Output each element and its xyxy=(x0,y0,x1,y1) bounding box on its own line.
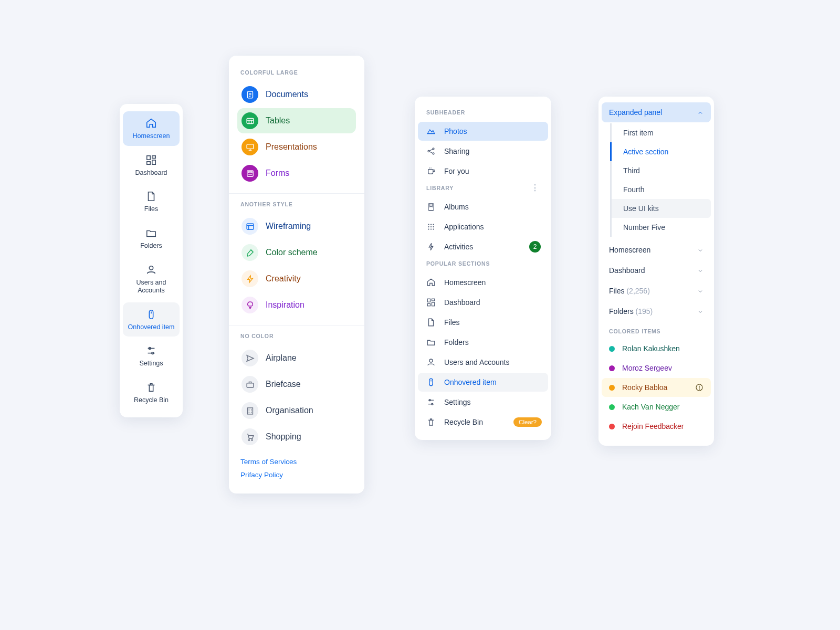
alert-icon xyxy=(695,383,704,392)
plane-icon xyxy=(242,350,258,366)
dashboard-icon xyxy=(426,298,436,307)
doc-icon xyxy=(242,86,258,103)
sliders-icon xyxy=(426,397,436,407)
item-airplane[interactable]: Airplane xyxy=(237,345,356,371)
section-header-another: ANOTHER STYLE xyxy=(240,201,356,207)
expanded-sublist: First item Active section Third Fourth U… xyxy=(610,123,711,237)
nav-users[interactable]: Users and Accounts xyxy=(123,258,180,300)
row-files[interactable]: Files (2,256) xyxy=(602,281,711,301)
link-terms[interactable]: Terms of Services xyxy=(240,458,353,466)
divider xyxy=(229,325,364,326)
link-privacy[interactable]: Prifacy Policy xyxy=(240,471,353,479)
briefcase-icon xyxy=(242,376,258,393)
row-expanded-panel[interactable]: Expanded panel xyxy=(602,102,711,122)
bolt-icon xyxy=(242,270,258,287)
colored-kach[interactable]: Kach Van Negger xyxy=(602,397,711,416)
nav-onhovered[interactable]: Onhovered item xyxy=(123,302,180,337)
bookmark-icon xyxy=(426,202,436,212)
item-forms[interactable]: Forms xyxy=(237,161,356,186)
share-icon xyxy=(426,146,436,156)
more-icon[interactable]: ⋮ xyxy=(531,186,540,190)
cup-icon xyxy=(426,166,436,176)
dot-icon xyxy=(609,404,615,410)
sub-third[interactable]: Third xyxy=(612,161,711,180)
colored-rolan[interactable]: Rolan Kakushken xyxy=(602,339,711,358)
row-dashboard[interactable]: Dashboard xyxy=(602,260,711,280)
colored-moroz[interactable]: Moroz Sergeev xyxy=(602,359,711,377)
sub-first[interactable]: First item xyxy=(612,123,711,142)
file-icon xyxy=(145,191,157,202)
table-icon xyxy=(242,112,258,129)
item-documents[interactable]: Documents xyxy=(237,82,356,107)
item-shopping[interactable]: Shopping xyxy=(237,424,356,449)
activities-badge: 2 xyxy=(529,241,541,253)
home-icon xyxy=(145,118,157,129)
nav-settings[interactable]: Settings xyxy=(123,339,180,373)
sub-uikits[interactable]: Use UI kits xyxy=(612,199,711,218)
item-settings[interactable]: Settings xyxy=(418,393,548,412)
item-files[interactable]: Files xyxy=(418,313,548,332)
sidebar-detailed: SUBHEADER Photos Sharing For you LIBRARY… xyxy=(415,97,551,440)
item-color-scheme[interactable]: Color scheme xyxy=(237,240,356,265)
nav-homescreen[interactable]: Homescreen xyxy=(123,111,180,146)
form-icon xyxy=(242,165,258,182)
dropper-icon xyxy=(242,244,258,261)
item-for-you[interactable]: For you xyxy=(418,162,548,181)
section-header-nocolor: NO COLOR xyxy=(240,333,356,339)
user-icon xyxy=(145,264,157,276)
item-organisation[interactable]: Organisation xyxy=(237,398,356,423)
item-dashboard[interactable]: Dashboard xyxy=(418,293,548,312)
item-users[interactable]: Users and Accounts xyxy=(418,353,548,372)
bolt-icon xyxy=(426,242,436,251)
colored-rocky[interactable]: Rocky Babloa xyxy=(602,378,711,397)
section-header-colorful: COLORFUL LARGE xyxy=(240,69,356,76)
item-applications[interactable]: Applications xyxy=(418,217,548,236)
section-header-colored: COLORED ITEMS xyxy=(602,322,711,339)
item-briefcase[interactable]: Briefcase xyxy=(237,372,356,397)
file-icon xyxy=(426,318,436,327)
item-presentations[interactable]: Presentations xyxy=(237,134,356,160)
chevron-down-icon xyxy=(697,267,704,274)
mountain-icon xyxy=(426,127,436,136)
row-homescreen[interactable]: Homescreen xyxy=(602,240,711,260)
nav-folders[interactable]: Folders xyxy=(123,221,180,256)
item-photos[interactable]: Photos xyxy=(418,122,548,141)
item-homescreen[interactable]: Homescreen xyxy=(418,273,548,292)
dot-icon xyxy=(609,424,615,429)
mouse-icon xyxy=(426,377,436,387)
dot-icon xyxy=(609,365,615,371)
chevron-down-icon xyxy=(697,247,704,253)
sub-active[interactable]: Active section xyxy=(612,142,711,161)
sidebar-expandable: Expanded panel First item Active section… xyxy=(598,97,714,446)
section-header-popular: POPULAR SECTIONS xyxy=(415,257,551,272)
item-activities[interactable]: Activities2 xyxy=(418,237,548,256)
section-header-sub: SUBHEADER xyxy=(415,106,551,121)
item-recycle[interactable]: Recycle BinClear? xyxy=(418,413,548,432)
user-icon xyxy=(426,358,436,367)
row-folders[interactable]: Folders (195) xyxy=(602,301,711,321)
dot-icon xyxy=(609,346,615,352)
sidebar-narrow: Homescreen Dashboard Files Folders Users… xyxy=(120,104,183,417)
item-inspiration[interactable]: Inspiration xyxy=(237,292,356,318)
item-folders[interactable]: Folders xyxy=(418,333,548,352)
trash-icon xyxy=(426,417,436,427)
clear-pill[interactable]: Clear? xyxy=(513,417,542,427)
wireframe-icon xyxy=(242,218,258,235)
chevron-down-icon xyxy=(697,308,704,314)
item-tables[interactable]: Tables xyxy=(237,108,356,133)
colored-rejoin[interactable]: Rejoin Feedbacker xyxy=(602,417,711,436)
nav-dashboard[interactable]: Dashboard xyxy=(123,148,180,183)
item-albums[interactable]: Albums xyxy=(418,197,548,216)
folder-icon xyxy=(426,338,436,347)
item-onhovered[interactable]: Onhovered item xyxy=(418,373,548,392)
chevron-up-icon xyxy=(697,109,704,116)
sub-fourth[interactable]: Fourth xyxy=(612,180,711,199)
nav-recycle[interactable]: Recycle Bin xyxy=(123,375,180,410)
item-creativity[interactable]: Creativity xyxy=(237,266,356,291)
item-sharing[interactable]: Sharing xyxy=(418,142,548,161)
nav-files[interactable]: Files xyxy=(123,184,180,219)
home-icon xyxy=(426,278,436,287)
sub-five[interactable]: Number Five xyxy=(612,218,711,237)
item-wireframing[interactable]: Wireframing xyxy=(237,214,356,239)
sliders-icon xyxy=(145,345,157,356)
